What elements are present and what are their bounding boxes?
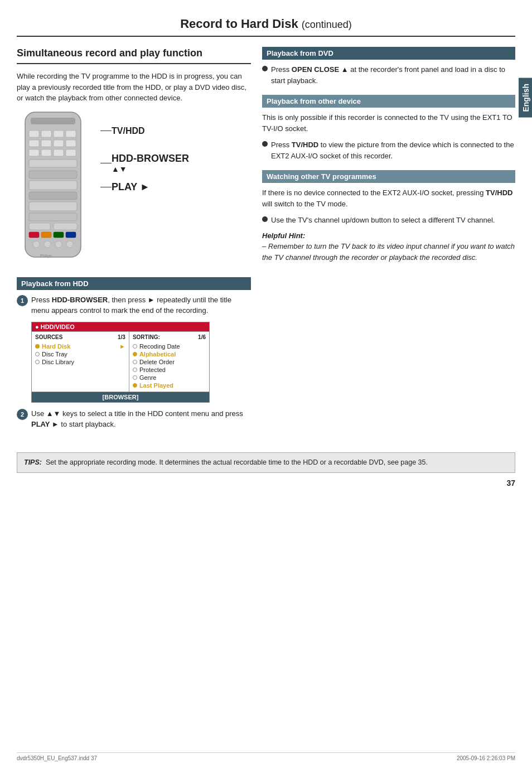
svg-rect-3: [41, 131, 51, 137]
hdd-screen-header: ● HDD/VIDEO: [32, 322, 209, 331]
watching-other-text: Use the TV's channel up/down button to s…: [271, 215, 495, 226]
sort-protected: Protected: [133, 366, 206, 374]
sort-alphabetical: Alphabetical: [133, 350, 206, 358]
svg-point-27: [44, 241, 51, 248]
remote-image: Philips: [17, 109, 100, 267]
watching-other-heading: Watching other TV programmes: [262, 170, 515, 183]
svg-point-26: [33, 241, 40, 248]
svg-rect-12: [54, 149, 64, 156]
source-disc-library: Disc Library: [35, 358, 125, 366]
svg-rect-7: [41, 140, 51, 147]
svg-rect-5: [66, 131, 76, 137]
page-number: 37: [17, 479, 515, 487]
playback-dvd-heading: Playback from DVD: [262, 47, 515, 60]
sort-genre: Genre: [133, 374, 206, 381]
sim-record-title: Simultaneous record and play function: [17, 47, 251, 64]
page-title: Record to Hard Disk (continued): [17, 17, 515, 37]
play-label: PLAY ►: [112, 181, 150, 193]
svg-text:Philips: Philips: [40, 254, 52, 258]
language-tab: English: [519, 78, 532, 118]
bullet-dot-2: [262, 141, 268, 147]
svg-rect-9: [66, 140, 76, 147]
tips-label: TIPS:: [24, 458, 42, 466]
tips-bar: TIPS: Set the appropriate recording mode…: [17, 452, 515, 473]
playback-other-bullet: Press TV/HDD to view the picture from th…: [262, 139, 515, 161]
playback-dvd-section: Playback from DVD Press OPEN CLOSE ▲ at …: [262, 47, 515, 86]
svg-rect-25: [66, 232, 76, 238]
playback-other-body: This is only possible if this recorder i…: [262, 112, 515, 134]
svg-rect-14: [29, 160, 77, 167]
svg-rect-6: [29, 140, 39, 147]
playback-other-section: Playback from other device This is only …: [262, 95, 515, 161]
hdd-screen-cols: SOURCES 1/3 Hard Disk ► Disc Tray Disc L…: [32, 331, 209, 392]
hdd-sorting-col: SORTING: 1/6 Recoding Date Alphabetical …: [129, 332, 209, 392]
right-column: Playback from DVD Press OPEN CLOSE ▲ at …: [262, 47, 515, 436]
svg-rect-24: [54, 232, 64, 238]
tips-text: Set the appropriate recording mode. It d…: [46, 458, 428, 466]
source-disc-tray: Disc Tray: [35, 350, 125, 358]
tv-hdd-label-row: TV/HDD: [100, 126, 251, 136]
remote-diagram: Philips TV/HDD HDD-BROWSER: [17, 109, 251, 267]
playback-hdd-heading: Playback from HDD: [17, 277, 251, 290]
svg-rect-21: [54, 223, 77, 230]
bullet-dot-1: [262, 66, 268, 71]
playback-dvd-bullet: Press OPEN CLOSE ▲ at the recorder's fro…: [262, 64, 515, 86]
tv-hdd-label: TV/HDD: [112, 126, 145, 136]
watching-other-bullet: Use the TV's channel up/down button to s…: [262, 215, 515, 226]
playback-other-text: Press TV/HDD to view the picture from th…: [271, 139, 515, 161]
sort-last-played: Last Played: [133, 381, 206, 389]
sort-delete-order: Delete Order: [133, 358, 206, 366]
step2-text: Use ▲▼ keys to select a title in the HDD…: [31, 408, 251, 430]
step2-item: 2 Use ▲▼ keys to select a title in the H…: [17, 408, 251, 430]
hdd-browser-label: HDD-BROWSER ▲▼: [112, 153, 189, 173]
sim-record-body: While recording the TV programme to the …: [17, 71, 251, 104]
svg-rect-13: [66, 149, 76, 156]
hdd-sources-col: SOURCES 1/3 Hard Disk ► Disc Tray Disc L…: [32, 332, 129, 392]
svg-rect-2: [29, 131, 39, 137]
svg-point-29: [66, 241, 73, 248]
hdd-screen: ● HDD/VIDEO SOURCES 1/3 Hard Disk ►: [31, 322, 210, 403]
svg-point-28: [55, 241, 62, 248]
helpful-hint: Helpful Hint: – Remember to turn the TV …: [262, 230, 515, 263]
svg-rect-15: [29, 171, 77, 178]
source-hard-disk: Hard Disk ►: [35, 342, 125, 350]
svg-rect-4: [54, 131, 64, 137]
svg-rect-8: [54, 140, 64, 147]
svg-rect-1: [31, 118, 75, 124]
sorting-header: SORTING: 1/6: [133, 334, 206, 340]
sources-header: SOURCES 1/3: [35, 334, 125, 340]
step1-number: 1: [17, 295, 28, 306]
hdd-browser-label-row: HDD-BROWSER ▲▼: [100, 153, 251, 173]
svg-rect-10: [29, 149, 39, 156]
watching-other-section: Watching other TV programmes If there is…: [262, 170, 515, 263]
footer-info: dvdr5350H_EU_Eng537.indd 37 2005-09-16 2…: [17, 752, 515, 761]
svg-rect-11: [41, 149, 51, 156]
bullet-dot-3: [262, 216, 268, 222]
step2-number: 2: [17, 409, 28, 420]
playback-dvd-text: Press OPEN CLOSE ▲ at the recorder's fro…: [271, 64, 515, 86]
svg-rect-19: [29, 213, 77, 221]
footer-left: dvdr5350H_EU_Eng537.indd 37: [17, 755, 97, 761]
main-content: Simultaneous record and play function Wh…: [17, 47, 515, 436]
left-column: Simultaneous record and play function Wh…: [17, 47, 251, 436]
playback-other-heading: Playback from other device: [262, 95, 515, 108]
svg-rect-16: [29, 181, 77, 190]
hdd-browser-bar: [BROWSER]: [32, 392, 209, 402]
play-label-row: PLAY ►: [100, 181, 251, 193]
svg-rect-20: [29, 223, 50, 230]
svg-rect-18: [29, 202, 77, 211]
remote-labels: TV/HDD HDD-BROWSER ▲▼ PLAY ►: [100, 126, 251, 193]
sort-recoding-date: Recoding Date: [133, 342, 206, 350]
playback-hdd-section: Playback from HDD 1 Press HDD-BROWSER, t…: [17, 277, 251, 430]
step1-text: Press HDD-BROWSER, then press ► repeated…: [31, 294, 251, 316]
svg-rect-23: [41, 232, 51, 238]
step1-item: 1 Press HDD-BROWSER, then press ► repeat…: [17, 294, 251, 316]
svg-rect-22: [29, 232, 39, 238]
svg-rect-17: [29, 192, 77, 200]
page-wrapper: English Record to Hard Disk (continued) …: [0, 0, 532, 768]
watching-other-body: If there is no device connected to the E…: [262, 187, 515, 209]
footer-right: 2005-09-16 2:26:03 PM: [457, 755, 515, 761]
